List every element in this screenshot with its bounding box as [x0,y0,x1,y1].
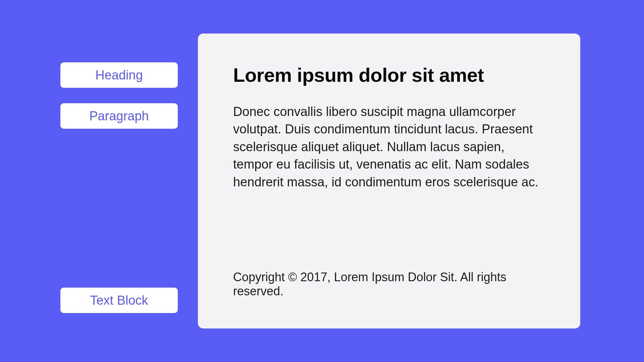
sidebar: Heading Paragraph Text Block [60,34,178,328]
heading-block-button[interactable]: Heading [60,62,178,88]
heading-block-label: Heading [95,68,143,82]
content-heading[interactable]: Lorem ipsum dolor sit amet [233,64,545,86]
content-footer[interactable]: Copyright © 2017, Lorem Ipsum Dolor Sit.… [233,270,545,298]
paragraph-block-label: Paragraph [89,109,149,123]
content-paragraph[interactable]: Donec convallis libero suscipit magna ul… [233,103,545,191]
content-card: Lorem ipsum dolor sit amet Donec convall… [198,34,580,328]
text-block-label: Text Block [90,293,148,308]
sidebar-bottom-group: Text Block [60,288,178,313]
text-block-button[interactable]: Text Block [60,288,178,313]
sidebar-top-group: Heading Paragraph [60,62,178,129]
paragraph-block-button[interactable]: Paragraph [60,103,178,129]
editor-layout: Heading Paragraph Text Block Lorem ipsum… [0,0,644,362]
